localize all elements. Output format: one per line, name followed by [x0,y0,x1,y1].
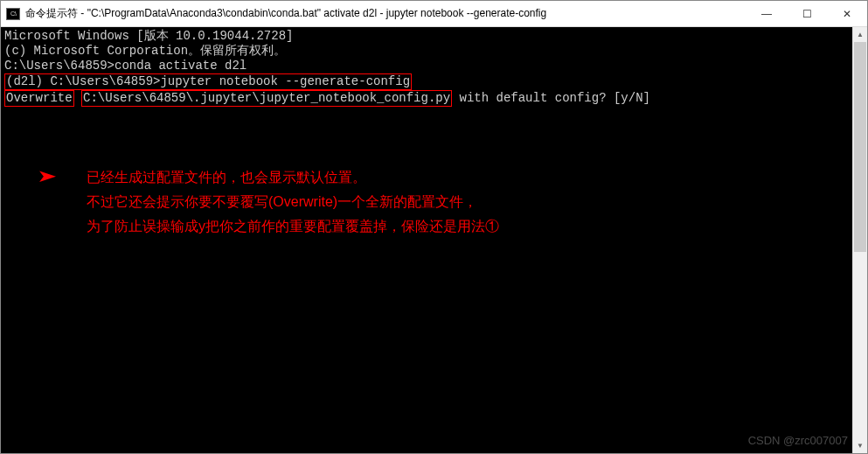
terminal-line: (c) Microsoft Corporation。保留所有权利。 [4,44,864,59]
terminal-line-highlighted: (d2l) C:\Users\64859>jupyter notebook --… [4,73,864,90]
window-title: 命令提示符 - "C:\ProgramData\Anaconda3\condab… [25,6,546,21]
highlight-overwrite: Overwrite [4,90,74,107]
annotation-line: 为了防止误操输成y把你之前作的重要配置覆盖掉，保险还是用法① [87,214,499,239]
highlight-command: (d2l) C:\Users\64859>jupyter notebook --… [4,73,412,90]
annotation-text: 已经生成过配置文件的，也会显示默认位置。 不过它还会提示你要不要覆写(Overw… [87,165,499,239]
annotation-line: 不过它还会提示你要不要覆写(Overwrite)一个全新的配置文件， [87,190,499,214]
terminal-area[interactable]: Microsoft Windows [版本 10.0.19044.2728] (… [1,27,867,453]
maximize-button[interactable]: ☐ [787,1,827,26]
close-button[interactable]: ✕ [827,1,867,26]
window-controls: — ☐ ✕ [746,1,867,26]
minimize-button[interactable]: — [746,1,787,26]
terminal-line-overwrite: Overwrite C:\Users\64859\.jupyter\jupyte… [4,90,864,107]
annotation-line: 已经生成过配置文件的，也会显示默认位置。 [87,165,499,190]
app-icon: C:\ [6,8,20,20]
annotation-arrow-icon: ➤ [38,171,59,186]
terminal-line: C:\Users\64859>conda activate d2l [4,59,864,73]
watermark: CSDN @zrc007007 [748,433,848,448]
vertical-scrollbar[interactable]: ▲ ▼ [852,27,867,453]
overwrite-tail: with default config? [y/N] [452,91,650,105]
command-prompt-window: C:\ 命令提示符 - "C:\ProgramData\Anaconda3\co… [0,0,868,454]
scrollbar-thumb[interactable] [854,42,866,252]
scroll-up-icon[interactable]: ▲ [853,27,867,42]
scroll-down-icon[interactable]: ▼ [853,438,867,453]
highlight-path: C:\Users\64859\.jupyter\jupyter_notebook… [81,90,452,107]
terminal-line: Microsoft Windows [版本 10.0.19044.2728] [4,29,864,44]
titlebar[interactable]: C:\ 命令提示符 - "C:\ProgramData\Anaconda3\co… [1,1,867,27]
